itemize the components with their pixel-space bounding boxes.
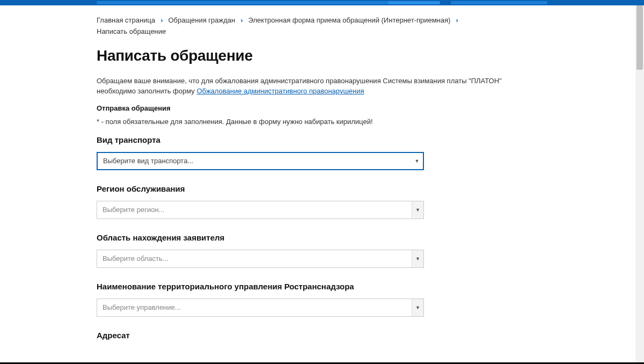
topbar (0, 0, 644, 5)
field-transport: Вид транспорта Выберите вид транспорта..… (97, 135, 526, 170)
field-department: Наименование территориального управления… (97, 282, 526, 317)
field-recipient: Адресат (97, 331, 526, 340)
page-body: Главная страница › Обращения граждан › Э… (0, 5, 644, 364)
select-region[interactable]: Выберите регион... ▼ (97, 201, 424, 219)
send-heading: Отправка обращения (97, 104, 526, 112)
breadcrumb-current: Написать обращение (97, 27, 166, 35)
notice-text: Обращаем ваше внимание, что для обжалова… (97, 76, 504, 97)
select-transport[interactable]: Выберите вид транспорта... ▼ (97, 152, 424, 170)
scrollbar-thumb[interactable] (636, 5, 643, 70)
topbar-strip-2 (451, 1, 547, 4)
select-department[interactable]: Выберите управление... ▼ (97, 299, 424, 317)
breadcrumb-home[interactable]: Главная страница (97, 16, 155, 24)
select-transport-placeholder: Выберите вид транспорта... (103, 157, 193, 165)
field-transport-label: Вид транспорта (97, 135, 526, 144)
chevron-right-icon: › (238, 16, 245, 24)
chevron-right-icon: › (158, 16, 165, 24)
field-region-label: Регион обслуживания (97, 184, 526, 193)
field-department-label: Наименование территориального управления… (97, 282, 526, 291)
caret-down-icon: ▼ (412, 299, 423, 316)
caret-down-icon: ▼ (411, 153, 423, 169)
vertical-scrollbar[interactable] (635, 5, 644, 364)
caret-down-icon: ▼ (412, 250, 423, 267)
field-oblast-label: Область нахождения заявителя (97, 233, 526, 242)
breadcrumb-eform[interactable]: Электронная форма приема обращений (Инте… (248, 16, 451, 24)
breadcrumb: Главная страница › Обращения граждан › Э… (97, 16, 526, 35)
select-region-placeholder: Выберите регион... (103, 206, 164, 214)
select-oblast[interactable]: Выберите область... ▼ (97, 250, 424, 268)
required-note: * - поля обязательные для заполнения. Да… (97, 118, 526, 126)
select-department-placeholder: Выберите управление... (103, 303, 181, 311)
breadcrumb-appeals[interactable]: Обращения граждан (168, 16, 235, 24)
caret-down-icon: ▼ (412, 201, 423, 219)
field-oblast: Область нахождения заявителя Выберите об… (97, 233, 526, 268)
select-oblast-placeholder: Выберите область... (103, 254, 169, 263)
field-recipient-label: Адресат (97, 331, 526, 340)
topbar-strip (97, 1, 440, 4)
notice-link[interactable]: Обжалование административного правонаруш… (196, 87, 364, 95)
field-region: Регион обслуживания Выберите регион... ▼ (97, 184, 526, 219)
page-title: Написать обращение (97, 47, 526, 64)
chevron-right-icon: › (453, 16, 460, 24)
